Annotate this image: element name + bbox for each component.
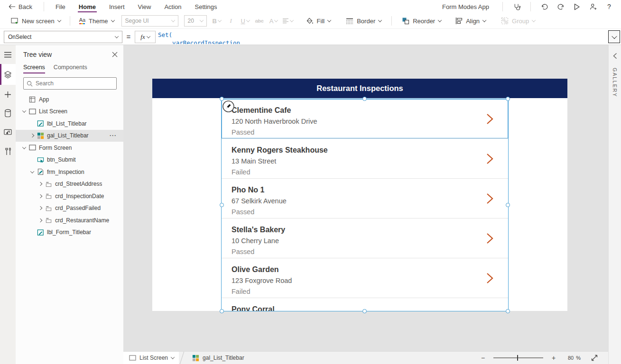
property-select[interactable]: OnSelect	[4, 31, 122, 43]
item-chevron-right-icon[interactable]	[486, 273, 494, 284]
selected-control-indicator[interactable]: gal_List_Titlebar	[185, 355, 244, 362]
zoom-in-button[interactable]: +	[550, 354, 557, 362]
gallery-control[interactable]: Clementine Cafe120 North Haverbrook Driv…	[222, 99, 508, 311]
restaurant-name: Kenny Rogers Steakhouse	[232, 145, 508, 156]
item-chevron-right-icon[interactable]	[486, 193, 494, 204]
gallery-icon	[36, 132, 45, 139]
font-size-select[interactable]: 20	[184, 15, 207, 27]
italic-button[interactable]: I	[224, 15, 238, 27]
menu-item-view[interactable]: View	[131, 0, 158, 13]
tree-item-form screen[interactable]: Form Screen	[16, 142, 123, 154]
chevron-right-icon[interactable]	[38, 218, 42, 222]
chevron-right-icon[interactable]	[38, 182, 42, 186]
tree-item-crd_restaurantname[interactable]: crd_RestaurantName	[16, 214, 123, 227]
tree-item-label: lbl_List_Titlebar	[47, 120, 87, 127]
border-button[interactable]: Border	[342, 14, 386, 27]
tree-item-btn_submit[interactable]: btn_Submit	[16, 154, 123, 166]
item-chevron-right-icon[interactable]	[486, 153, 494, 164]
zoom-out-button[interactable]: −	[479, 354, 487, 362]
selection-handle-top-right[interactable]	[506, 97, 510, 101]
menu-item-settings[interactable]: Settings	[188, 0, 224, 13]
chevron-right-icon[interactable]	[30, 134, 34, 137]
gallery-edit-pencil-icon[interactable]	[222, 100, 235, 113]
advanced-tools-rail-icon[interactable]	[0, 142, 16, 161]
zoom-slider[interactable]	[493, 357, 543, 358]
underline-button[interactable]: U	[238, 15, 252, 27]
tree-item-frm_inspection[interactable]: frm_Inspection	[16, 166, 123, 178]
tree-item-list screen[interactable]: List Screen	[16, 106, 123, 118]
gallery-item[interactable]: Kenny Rogers Steakhouse13 Main StreetFai…	[222, 139, 508, 179]
theme-button[interactable]: Aa Theme	[75, 14, 119, 27]
menu-item-insert[interactable]: Insert	[102, 0, 131, 13]
redo-icon[interactable]	[554, 0, 568, 13]
chevron-down-icon[interactable]	[22, 109, 26, 113]
play-icon[interactable]	[570, 0, 584, 13]
screen-tab[interactable]: List Screen	[123, 352, 179, 364]
search-input[interactable]	[36, 80, 113, 87]
gallery-panel-label[interactable]: GALLERY	[612, 68, 618, 97]
reorder-button[interactable]: Reorder	[398, 14, 445, 27]
item-chevron-right-icon[interactable]	[486, 113, 494, 125]
selection-handle-top-middle[interactable]	[362, 97, 367, 101]
fx-button[interactable]: fx	[135, 31, 156, 43]
selection-handle-bottom-middle[interactable]	[362, 309, 367, 313]
app-checker-icon[interactable]	[510, 0, 524, 13]
gallery-item[interactable]: Olive Garden123 Foxgrove RoadFailed	[222, 258, 508, 298]
tree-item-crd_inspectiondate[interactable]: crd_InspectionDate	[16, 190, 123, 202]
hamburger-menu-icon[interactable]	[0, 45, 16, 64]
new-screen-button[interactable]: New screen	[7, 14, 65, 27]
selection-handle-bottom-right[interactable]	[506, 309, 510, 313]
item-chevron-right-icon[interactable]	[486, 233, 494, 244]
strikethrough-button[interactable]: abc	[252, 15, 267, 27]
tree-item-crd_streetaddress[interactable]: crd_StreetAddress	[16, 178, 123, 191]
media-rail-icon[interactable]	[0, 123, 16, 142]
gallery-item[interactable]: Stella's Bakery10 Cherry LanePassed	[222, 218, 508, 258]
data-rail-icon[interactable]	[0, 104, 16, 123]
share-user-icon[interactable]	[586, 0, 600, 13]
tree-view-rail-icon[interactable]	[0, 64, 16, 85]
help-icon[interactable]: ?	[602, 0, 616, 13]
canvas-area[interactable]: Restaurant Inspections Clementine Cafe12…	[123, 45, 608, 351]
bold-button[interactable]: B	[210, 15, 224, 27]
close-icon[interactable]	[112, 52, 118, 57]
tree-item-crd_passedfailed[interactable]: crd_PassedFailed	[16, 202, 123, 215]
selection-handle-bottom-left[interactable]	[220, 309, 224, 313]
zoom-slider-thumb[interactable]	[517, 355, 519, 361]
fill-label: Fill	[317, 18, 325, 25]
chevron-down-icon	[532, 18, 536, 22]
selection-handle-middle-right[interactable]	[506, 203, 510, 207]
tree-item-lbl_form_titlebar[interactable]: lbl_Form_Titlebar	[16, 227, 123, 239]
tab-components[interactable]: Components	[54, 64, 87, 73]
menu-item-file[interactable]: File	[49, 0, 72, 13]
gallery-item[interactable]: Clementine Cafe120 North Haverbrook Driv…	[222, 99, 508, 139]
group-button[interactable]: Group	[497, 14, 539, 27]
restaurant-address: 123 Foxgrove Road	[232, 275, 508, 286]
text-align-button[interactable]	[281, 15, 295, 27]
formula-input[interactable]: Set( varRecordInspection	[158, 30, 607, 44]
insert-rail-icon[interactable]	[0, 85, 16, 104]
undo-icon[interactable]	[538, 0, 552, 13]
chevron-down-icon[interactable]	[30, 169, 34, 173]
tree-search-box[interactable]	[23, 77, 117, 90]
chevron-right-icon[interactable]	[38, 194, 42, 198]
formula-expand-button[interactable]	[608, 30, 620, 43]
fill-button[interactable]: Fill	[302, 14, 335, 27]
menu-item-action[interactable]: Action	[158, 0, 188, 13]
expand-panel-chevron-icon[interactable]	[613, 53, 617, 59]
chevron-down-icon[interactable]	[22, 145, 26, 149]
more-options-icon[interactable]: ···	[110, 132, 117, 139]
tree-item-app[interactable]: App	[16, 93, 123, 106]
back-button[interactable]: Back	[0, 0, 39, 13]
tree-item-lbl_list_titlebar[interactable]: lbl_List_Titlebar	[16, 118, 123, 130]
menu-item-home[interactable]: Home	[72, 0, 102, 13]
align-button[interactable]: Align	[451, 14, 490, 27]
font-family-select[interactable]: Segoe UI	[121, 15, 178, 27]
tree-item-gal_list_titlebar[interactable]: gal_List_Titlebar···	[16, 130, 123, 142]
selection-handle-middle-left[interactable]	[220, 203, 224, 207]
screen-titlebar[interactable]: Restaurant Inspections	[152, 79, 567, 98]
gallery-item[interactable]: Pho No 167 Selkirk AvenuePassed	[222, 179, 508, 218]
font-color-button[interactable]: A	[267, 15, 281, 27]
chevron-right-icon[interactable]	[38, 206, 42, 210]
tab-screens[interactable]: Screens	[23, 64, 45, 73]
fit-to-window-icon[interactable]	[591, 355, 598, 361]
